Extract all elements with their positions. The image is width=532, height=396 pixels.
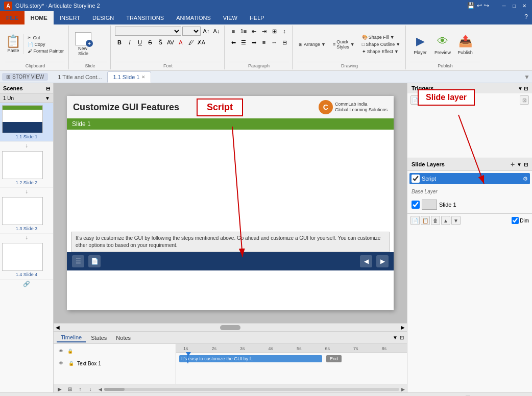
track-eye-icon[interactable]: 👁: [57, 347, 65, 355]
slide-thumb-2[interactable]: 1.2 Slide 2: [0, 149, 53, 188]
maximize-button[interactable]: □: [511, 2, 518, 9]
layers-dropdown-icon[interactable]: ▼: [517, 162, 522, 167]
timeline-dropdown[interactable]: ▼: [393, 335, 398, 340]
timeline-tab-timeline[interactable]: Timeline: [57, 333, 86, 342]
shape-fill-button[interactable]: 🎨 Shape Fill ▼: [360, 34, 402, 40]
font-color-button[interactable]: A: [176, 38, 185, 47]
window-controls[interactable]: 💾 ↩ ↪ ─ □ ✕: [467, 2, 528, 9]
tab-animations[interactable]: ANIMATIONS: [170, 11, 217, 24]
tab-scroll-right[interactable]: ▼: [524, 73, 530, 81]
next-button[interactable]: ▶: [376, 255, 389, 267]
align-justify-button[interactable]: ≡: [259, 38, 269, 47]
scroll-thumb[interactable]: [220, 325, 240, 330]
help-icon[interactable]: ?: [520, 11, 532, 24]
scroll-left-btn[interactable]: ◀: [56, 325, 60, 330]
base-slide1-item[interactable]: Slide 1: [409, 198, 530, 211]
decrease-indent-button[interactable]: ⇤: [249, 27, 258, 36]
add-layer-button[interactable]: +: [511, 160, 515, 168]
copy-button[interactable]: 📄 Copy: [26, 41, 65, 47]
slide-text-box[interactable]: It's easy to customize the GUI by follow…: [71, 232, 390, 252]
timeline-group-button[interactable]: ↑: [76, 385, 84, 393]
slide-canvas[interactable]: Customize GUI Features C CommLab India G…: [67, 96, 394, 310]
italic-button[interactable]: I: [125, 38, 134, 47]
tab-design[interactable]: DESIGN: [86, 11, 120, 24]
font-decrease-button[interactable]: A↓: [212, 27, 221, 36]
h-scrollbar[interactable]: ◀ ▶: [54, 323, 407, 331]
menu-icon[interactable]: ☰: [72, 255, 84, 267]
timeline-ungroup-button[interactable]: ↓: [86, 385, 94, 393]
underline-button[interactable]: U: [135, 38, 144, 47]
track-lock-icon[interactable]: 🔒: [66, 347, 74, 355]
story-view-tab[interactable]: ⊞ STORY VIEW: [2, 73, 48, 81]
timeline-expand[interactable]: ⊡: [400, 335, 404, 340]
tab-insert[interactable]: INSERT: [54, 11, 86, 24]
script-layer-settings-icon[interactable]: ⚙: [523, 176, 528, 182]
notes-icon[interactable]: 📄: [88, 255, 101, 267]
dim-button[interactable]: Dim: [512, 217, 529, 224]
timeline-add-button[interactable]: ▶: [56, 385, 64, 393]
slide-thumb-3[interactable]: 1.3 Slide 3: [0, 195, 53, 234]
strikethrough-button[interactable]: S: [146, 38, 155, 47]
layer-new-button[interactable]: 📄: [410, 216, 420, 225]
shape-effect-button[interactable]: ✦ Shape Effect ▼: [360, 48, 402, 55]
text-shadow-button[interactable]: S̈: [156, 38, 165, 47]
timeline-h-scrollbar[interactable]: [104, 388, 399, 391]
scenes-expand-icon[interactable]: ⊟: [46, 86, 50, 91]
script-layer-checkbox[interactable]: [412, 175, 420, 183]
tab-view[interactable]: VIEW: [217, 11, 244, 24]
quick-access-save[interactable]: 💾: [467, 2, 475, 9]
highlight-button[interactable]: 🖊: [186, 38, 196, 47]
line-spacing-button[interactable]: ↕: [280, 27, 289, 36]
slide-thumb-1[interactable]: 1.1 Slide 1: [0, 103, 53, 142]
close-button[interactable]: ✕: [521, 2, 528, 9]
new-slide-button[interactable]: + NewSlide: [73, 31, 93, 57]
shape-outline-button[interactable]: □ Shape Outline ▼: [360, 41, 402, 47]
char-spacing-button[interactable]: AV: [166, 38, 175, 47]
quick-styles-button[interactable]: ≡ QuickStyles ▼: [331, 38, 357, 51]
font-family-select[interactable]: [115, 27, 181, 36]
triggers-dropdown-icon[interactable]: ▼: [518, 86, 523, 91]
script-layer-item[interactable]: Script ⚙: [409, 173, 530, 184]
track-row-eye[interactable]: 👁: [57, 359, 65, 367]
player-button[interactable]: ▶ Player: [410, 32, 430, 56]
trigger-expand-button[interactable]: ⊡: [520, 95, 529, 105]
layers-expand-icon[interactable]: ⊡: [524, 162, 528, 167]
tab-transitions[interactable]: TRANSITIONS: [120, 11, 170, 24]
layer-delete-button[interactable]: 🗑: [431, 216, 440, 225]
layer-up-button[interactable]: ▲: [441, 216, 450, 225]
slide-thumb-4[interactable]: 1.4 Slide 4: [0, 241, 53, 280]
dim-checkbox[interactable]: [512, 217, 519, 224]
prev-button[interactable]: ◀: [360, 255, 372, 267]
tab-file[interactable]: FILE: [0, 11, 25, 24]
arrange-button[interactable]: ⊞ Arrange ▼: [297, 41, 328, 48]
tab-slide-1[interactable]: 1.1 Slide 1 ✕: [107, 71, 151, 83]
align-center-button[interactable]: ☰: [239, 38, 248, 47]
numbered-list-button[interactable]: 1≡: [239, 27, 248, 36]
font-increase-button[interactable]: A↑: [202, 27, 211, 36]
text-direction-button[interactable]: ↔: [270, 38, 279, 47]
triggers-expand-icon[interactable]: ⊡: [524, 86, 528, 91]
bullet-list-button[interactable]: ≡: [229, 27, 238, 36]
base-slide1-checkbox[interactable]: [412, 201, 420, 209]
timeline-scroll-thumb[interactable]: [104, 388, 125, 391]
scroll-right-btn[interactable]: ▶: [401, 325, 405, 330]
paste-button[interactable]: 📋 Paste: [5, 34, 21, 54]
convert-to-smartart-button[interactable]: ⊟: [280, 38, 289, 47]
columns-button[interactable]: ⊞: [270, 27, 279, 36]
preview-button[interactable]: 👁 Preview: [432, 32, 453, 56]
tab-help[interactable]: HELP: [244, 11, 271, 24]
font-size-select[interactable]: [182, 27, 201, 36]
timeline-tab-states[interactable]: States: [87, 334, 111, 342]
tab-close-button[interactable]: ✕: [141, 75, 146, 80]
clear-format-button[interactable]: ✗A: [197, 38, 206, 47]
timeline-lock-button[interactable]: ⊞: [66, 385, 74, 393]
track-row-lock[interactable]: 🔒: [67, 359, 75, 367]
quick-access-undo[interactable]: ↩: [477, 2, 482, 9]
quick-access-redo[interactable]: ↪: [484, 2, 489, 9]
cut-button[interactable]: ✂ Cut: [26, 35, 65, 41]
publish-button[interactable]: 📤 Publish: [455, 32, 475, 56]
scene-dropdown-icon[interactable]: ▼: [45, 95, 50, 101]
tab-title-and-cont[interactable]: 1 Title and Cont...: [52, 71, 107, 83]
tab-home[interactable]: HOME: [25, 11, 54, 24]
minimize-button[interactable]: ─: [500, 2, 507, 9]
